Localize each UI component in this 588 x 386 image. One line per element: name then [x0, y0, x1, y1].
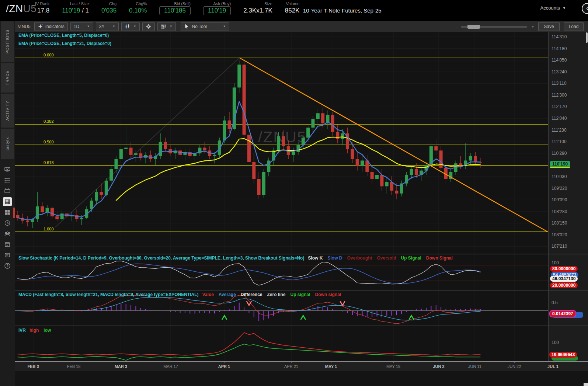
svg-text:?: ? — [6, 264, 8, 268]
quote-field-value[interactable]: 110'19 — [203, 6, 231, 15]
time-axis-tick — [514, 362, 515, 363]
chart-canvas[interactable]: /ZNU50.0000.3820.5000.6181.000 — [0, 32, 548, 371]
save-button[interactable]: Save — [538, 22, 560, 31]
stoch-overbought-badge: 80.0000000 — [550, 266, 578, 272]
chart-settings-button[interactable] — [142, 22, 155, 31]
zoom-slider[interactable] — [461, 26, 527, 28]
time-axis-label: APR 1 — [218, 364, 230, 369]
quote-field-last-size: Last / Size110'19 / 1 — [62, 1, 89, 14]
grid-layout-icon — [161, 24, 167, 29]
timeframe-dropdown[interactable]: 1D ▼ — [70, 22, 93, 31]
gear-icon — [146, 24, 152, 29]
sidebar-tab-activity[interactable]: ACTIVITY — [1, 94, 14, 128]
quote-field-value[interactable]: 110'185 — [159, 6, 191, 15]
bottom-strip — [15, 371, 588, 386]
legend-down-signal: Down signal — [315, 292, 341, 297]
legend-value: Value — [202, 292, 214, 297]
calendar-icon[interactable] — [3, 240, 12, 249]
sidebar-tab-label: tastyfx — [5, 137, 10, 150]
indicators-label: Indicators — [45, 24, 65, 29]
ivr-panel-header: IVR highlow — [18, 328, 56, 333]
accounts-dropdown[interactable]: Accounts ▼ — [540, 5, 566, 11]
price-axis-label: 107'210 — [552, 244, 567, 249]
quote-field-iv-rank: IV Rank17.8 — [35, 1, 49, 14]
symbol-expiry: U5 — [23, 3, 37, 14]
load-button[interactable]: Load — [564, 22, 584, 31]
time-axis-tick — [439, 362, 439, 363]
stoch-title: Slow Stochastic (K Period=14, D Period=9… — [18, 255, 304, 261]
quote-field-label: Size — [264, 1, 272, 6]
toolbar-right-controls: - + Save Load — [455, 22, 584, 31]
price-axis-label: 113'110 — [552, 81, 567, 86]
time-axis-tick — [121, 362, 121, 363]
video-icon[interactable] — [3, 187, 12, 195]
collapse-panel-button[interactable]: ‹ — [582, 3, 588, 14]
quote-field-value: 0'035 — [101, 7, 116, 14]
indicators-icon — [38, 24, 43, 29]
left-sidebar: POSITIONSTRADEACTIVITYtastyfx? — [0, 21, 15, 386]
quote-field-suffix: / 1 — [80, 7, 89, 14]
time-axis-tick — [553, 362, 553, 363]
sidebar-tab-tastyfx[interactable]: tastyfx — [1, 129, 14, 159]
toolbar-symbol-label: /ZNU5 — [18, 24, 31, 29]
panel-divider[interactable] — [15, 254, 588, 254]
price-axis-label: 114'310 — [552, 34, 567, 39]
drawing-tool-dropdown[interactable]: No Tool ▼ — [181, 22, 229, 31]
sidebar-tab-label: POSITIONS — [5, 29, 10, 53]
macd-title: MACD (Fast length=8, Slow length=21, MAC… — [18, 292, 199, 297]
time-axis-label: JUN 2 — [433, 364, 444, 369]
time-axis-label: FEB 3 — [27, 364, 39, 369]
zoom-in-button[interactable]: + — [531, 24, 534, 29]
panel-divider[interactable] — [15, 290, 588, 291]
legend-zero-line: Zero line — [267, 292, 286, 297]
price-axis-label: 108'280 — [552, 209, 567, 214]
community-icon[interactable] — [3, 229, 12, 238]
chart-icon[interactable] — [3, 197, 12, 206]
time-axis-label: MAY 19 — [386, 364, 400, 369]
vertical-scrollbar-thumb[interactable] — [586, 32, 588, 43]
scrollbar-corner[interactable] — [584, 383, 588, 386]
ivr-axis-100: 100 — [552, 340, 559, 345]
timeframe-value: 1D — [74, 24, 79, 29]
panel-divider[interactable] — [15, 326, 588, 326]
macd-legend: ValueAverageDifferenceZero lineUp signal… — [202, 292, 346, 297]
ivr-title: IVR — [18, 328, 26, 333]
macd-value-badge: 0.0142397 — [549, 310, 576, 317]
layout-grid-dropdown[interactable]: ▼ — [157, 22, 176, 31]
watchlist-icon[interactable] — [3, 176, 12, 185]
indicators-button[interactable]: Indicators — [34, 22, 68, 31]
quote-field-label: Ask (Buy) — [213, 1, 231, 6]
platform-mode-icon[interactable] — [3, 251, 12, 260]
candlestick-icon — [125, 24, 131, 29]
legend-up-signal: Up signal — [290, 292, 310, 297]
header-bar: /ZNU5 IV Rank17.8Last / Size110'19 / 1Ch… — [0, 0, 588, 21]
zoom-out-button[interactable]: - — [455, 24, 457, 29]
legend-up-signal: Up Signal — [401, 255, 421, 261]
price-axis-label: 108'020 — [552, 232, 567, 237]
legend-difference: Difference — [241, 292, 262, 297]
price-axis-label: 110'290 — [552, 151, 567, 156]
quote-field-label: Volume — [286, 1, 300, 6]
stoch-axis-100: 100 — [552, 260, 559, 265]
quote-field-label: Chg — [109, 1, 116, 6]
legend-slow-k: Slow K — [308, 255, 323, 261]
chevron-down-icon: ▼ — [87, 25, 90, 28]
alert-indicator — [13, 208, 15, 218]
ema-5-study-label: EMA (Price=CLOSE, Length=5, Displace=0) — [18, 33, 109, 38]
time-axis-tick — [171, 362, 171, 363]
quote-field-label: IV Rank — [35, 1, 49, 6]
stoch-panel-header: Slow Stochastic (K Period=14, D Period=9… — [18, 255, 457, 261]
sidebar-tab-positions[interactable]: POSITIONS — [1, 21, 14, 62]
sidebar-tab-trade[interactable]: TRADE — [1, 63, 14, 93]
chart-type-dropdown[interactable]: ▼ — [121, 22, 140, 31]
help-icon[interactable]: ? — [3, 261, 12, 270]
quote-monitor-icon[interactable] — [3, 165, 12, 174]
quote-field-value: 0.10% — [129, 7, 147, 14]
zoom-slider-thumb[interactable] — [467, 25, 480, 29]
range-dropdown[interactable]: 3Y ▼ — [96, 22, 119, 31]
dashboard-icon[interactable] — [3, 208, 12, 217]
history-icon[interactable] — [3, 219, 12, 227]
price-axis-label: 114'050 — [552, 58, 567, 63]
time-axis-label: MAR 17 — [163, 364, 178, 369]
quote-field-value: 852K — [285, 7, 300, 14]
